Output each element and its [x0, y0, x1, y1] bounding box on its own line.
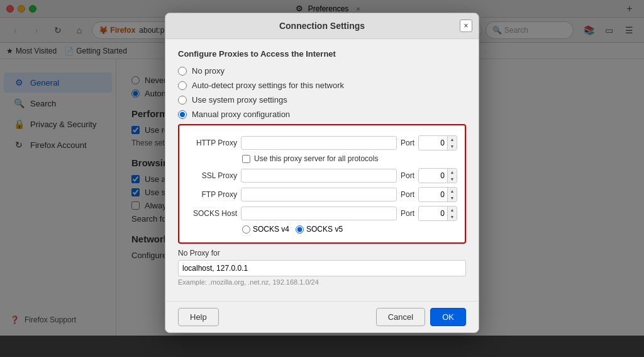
ssl-port-wrap: ▲ ▼: [418, 168, 457, 183]
modal-footer: Help Cancel OK: [165, 301, 479, 332]
ssl-port-label: Port: [401, 171, 414, 180]
modal-title: Connection Settings: [279, 21, 365, 31]
ftp-port-down-button[interactable]: ▼: [448, 195, 457, 201]
ftp-proxy-label: FTP Proxy: [187, 190, 237, 199]
modal-close-button[interactable]: ×: [460, 20, 472, 32]
use-all-protocols-row: Use this proxy server for all protocols: [242, 154, 457, 163]
ssl-port-input[interactable]: [419, 169, 447, 183]
system-proxy-radio[interactable]: [178, 96, 187, 105]
proxy-manual-box: HTTP Proxy Port ▲ ▼ Use this proxy serve…: [178, 124, 466, 244]
http-port-input[interactable]: [419, 136, 447, 150]
ssl-port-up-button[interactable]: ▲: [448, 169, 457, 176]
ssl-proxy-input[interactable]: [241, 169, 397, 183]
system-proxy-option: Use system proxy settings: [178, 95, 466, 105]
use-all-protocols-label: Use this proxy server for all protocols: [254, 154, 378, 163]
socks-port-up-button[interactable]: ▲: [448, 207, 457, 213]
http-port-down-button[interactable]: ▼: [448, 143, 457, 150]
socks-port-wrap: ▲ ▼: [418, 206, 457, 221]
manual-proxy-radio[interactable]: [178, 110, 187, 119]
http-port-wrap: ▲ ▼: [418, 135, 457, 150]
socks-v5-label: SOCKS v5: [306, 225, 343, 234]
http-port-spinners: ▲ ▼: [447, 136, 457, 150]
ftp-port-input[interactable]: [419, 188, 447, 201]
socks-v4-radio[interactable]: [242, 225, 250, 234]
example-text: Example: .mozilla.org, .net.nz, 192.168.…: [178, 278, 466, 286]
proxy-section-title: Configure Proxies to Access the Internet: [178, 49, 466, 59]
ftp-proxy-input[interactable]: [241, 188, 397, 201]
connection-settings-modal: Connection Settings × Configure Proxies …: [165, 13, 479, 333]
socks-v4-label: SOCKS v4: [253, 225, 289, 234]
ftp-port-label: Port: [401, 190, 414, 199]
ftp-port-up-button[interactable]: ▲: [448, 188, 457, 195]
ok-button[interactable]: OK: [430, 308, 466, 326]
ftp-port-wrap: ▲ ▼: [418, 187, 457, 202]
socks-v5-option: SOCKS v5: [296, 225, 343, 234]
ssl-port-down-button[interactable]: ▼: [448, 176, 457, 183]
help-button[interactable]: Help: [178, 308, 219, 326]
socks-v5-radio[interactable]: [296, 225, 304, 234]
socks-radio-group: SOCKS v4 SOCKS v5: [242, 225, 343, 234]
http-port-up-button[interactable]: ▲: [448, 136, 457, 143]
ssl-proxy-label: SSL Proxy: [187, 171, 237, 180]
auto-detect-radio[interactable]: [178, 81, 187, 90]
ftp-proxy-row: FTP Proxy Port ▲ ▼: [187, 187, 457, 202]
use-all-protocols-checkbox[interactable]: [242, 155, 250, 163]
no-proxy-option: No proxy: [178, 66, 466, 76]
socks-port-input[interactable]: [419, 207, 447, 220]
socks-v4-option: SOCKS v4: [242, 225, 289, 234]
modal-body: Configure Proxies to Access the Internet…: [165, 39, 479, 301]
no-proxy-radio[interactable]: [178, 67, 187, 76]
no-proxy-for-label: No Proxy for: [178, 249, 466, 258]
manual-proxy-option: Manual proxy configuration: [178, 110, 466, 119]
http-proxy-row: HTTP Proxy Port ▲ ▼: [187, 135, 457, 150]
cancel-button[interactable]: Cancel: [376, 308, 425, 326]
modal-overlay: Connection Settings × Configure Proxies …: [0, 0, 644, 357]
auto-detect-label: Auto-detect proxy settings for this netw…: [192, 81, 344, 90]
http-proxy-input[interactable]: [241, 136, 397, 150]
auto-detect-option: Auto-detect proxy settings for this netw…: [178, 81, 466, 90]
ssl-proxy-row: SSL Proxy Port ▲ ▼: [187, 168, 457, 183]
no-proxy-label: No proxy: [192, 66, 225, 76]
no-proxy-section: No Proxy for Example: .mozilla.org, .net…: [178, 249, 466, 286]
socks-host-input[interactable]: [241, 207, 397, 220]
system-proxy-label: Use system proxy settings: [192, 95, 287, 105]
manual-proxy-label: Manual proxy configuration: [192, 110, 290, 119]
http-proxy-label: HTTP Proxy: [187, 139, 237, 147]
http-port-label: Port: [401, 139, 414, 147]
socks-port-down-button[interactable]: ▼: [448, 213, 457, 220]
socks-version-row: SOCKS v4 SOCKS v5: [242, 225, 457, 234]
socks-port-label: Port: [401, 209, 414, 218]
socks-host-row: SOCKS Host Port ▲ ▼: [187, 206, 457, 221]
ssl-port-spinners: ▲ ▼: [447, 169, 457, 183]
no-proxy-input[interactable]: [178, 260, 466, 276]
modal-title-bar: Connection Settings ×: [165, 13, 479, 39]
ftp-port-spinners: ▲ ▼: [447, 188, 457, 201]
socks-port-spinners: ▲ ▼: [447, 207, 457, 220]
socks-host-label: SOCKS Host: [187, 209, 237, 218]
